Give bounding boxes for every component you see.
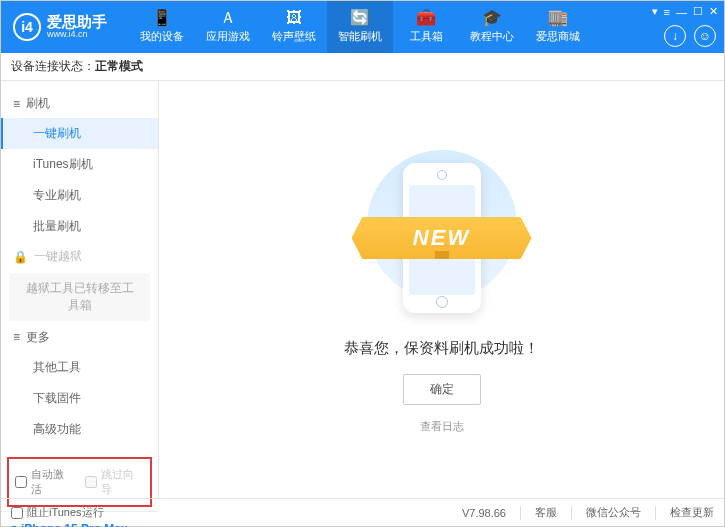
- section-label: 刷机: [26, 95, 50, 112]
- section-label: 一键越狱: [34, 248, 82, 265]
- list-icon: ≡: [13, 330, 20, 344]
- user-button[interactable]: ☺: [694, 25, 716, 47]
- tutorial-icon: 🎓: [482, 10, 502, 26]
- close-button[interactable]: ✕: [709, 5, 718, 18]
- block-itunes-checkbox[interactable]: 阻止iTunes运行: [11, 505, 104, 520]
- nav-my-device[interactable]: 📱我的设备: [129, 1, 195, 53]
- skip-wizard-checkbox[interactable]: 跳过向导: [85, 467, 145, 497]
- app-title: 爱思助手: [47, 14, 107, 31]
- device-icon: 📱: [152, 10, 172, 26]
- toolbox-icon: 🧰: [416, 10, 436, 26]
- sidebar-item-itunes-flash[interactable]: iTunes刷机: [1, 149, 158, 180]
- sidebar-item-advanced[interactable]: 高级功能: [1, 414, 158, 445]
- menu-icon[interactable]: ▾: [652, 5, 658, 18]
- nav-smart-flash[interactable]: 🔄智能刷机: [327, 1, 393, 53]
- sidebar-section-flash[interactable]: ≡ 刷机: [1, 89, 158, 118]
- nav-toolbox[interactable]: 🧰工具箱: [393, 1, 459, 53]
- wechat-link[interactable]: 微信公众号: [586, 505, 641, 520]
- flash-icon: 🔄: [350, 10, 370, 26]
- minimize-button[interactable]: —: [676, 6, 687, 18]
- check-update-link[interactable]: 检查更新: [670, 505, 714, 520]
- sidebar-item-one-key-flash[interactable]: 一键刷机: [1, 118, 158, 149]
- logo-icon: i4: [13, 13, 41, 41]
- app-logo: i4 爱思助手 www.i4.cn: [1, 13, 119, 41]
- nav-label: 工具箱: [410, 29, 443, 44]
- support-link[interactable]: 客服: [535, 505, 557, 520]
- sidebar-item-pro-flash[interactable]: 专业刷机: [1, 180, 158, 211]
- nav-label: 教程中心: [470, 29, 514, 44]
- titlebar: i4 爱思助手 www.i4.cn 📱我的设备 Ａ应用游戏 🖼铃声壁纸 🔄智能刷…: [1, 1, 724, 53]
- sidebar-item-other-tools[interactable]: 其他工具: [1, 352, 158, 383]
- nav-apps-games[interactable]: Ａ应用游戏: [195, 1, 261, 53]
- nav-label: 铃声壁纸: [272, 29, 316, 44]
- status-label: 设备连接状态：: [11, 58, 95, 75]
- nav-store[interactable]: 🏬爱思商城: [525, 1, 591, 53]
- nav-ringtone-wallpaper[interactable]: 🖼铃声壁纸: [261, 1, 327, 53]
- lock-icon: 🔒: [13, 250, 28, 264]
- auto-activate-checkbox[interactable]: 自动激活: [15, 467, 75, 497]
- connection-status-bar: 设备连接状态： 正常模式: [1, 53, 724, 81]
- window-controls: ▾ ≡ — ☐ ✕: [652, 5, 718, 18]
- success-illustration: NEW: [362, 145, 522, 325]
- status-value: 正常模式: [95, 58, 143, 75]
- top-nav: 📱我的设备 Ａ应用游戏 🖼铃声壁纸 🔄智能刷机 🧰工具箱 🎓教程中心 🏬爱思商城: [129, 1, 591, 53]
- sidebar-section-jailbreak: 🔒 一键越狱: [1, 242, 158, 271]
- sidebar: ≡ 刷机 一键刷机 iTunes刷机 专业刷机 批量刷机 🔒 一键越狱 越狱工具…: [1, 81, 159, 498]
- version-label: V7.98.66: [462, 507, 506, 519]
- list-icon: ≡: [13, 97, 20, 111]
- ok-button[interactable]: 确定: [403, 374, 481, 405]
- sidebar-item-batch-flash[interactable]: 批量刷机: [1, 211, 158, 242]
- apps-icon: Ａ: [220, 10, 236, 26]
- nav-tutorials[interactable]: 🎓教程中心: [459, 1, 525, 53]
- store-icon: 🏬: [548, 10, 568, 26]
- section-label: 更多: [26, 329, 50, 346]
- sidebar-section-more[interactable]: ≡ 更多: [1, 323, 158, 352]
- tray-icon[interactable]: ≡: [664, 6, 670, 18]
- jailbreak-moved-note: 越狱工具已转移至工具箱: [9, 273, 150, 321]
- success-message: 恭喜您，保资料刷机成功啦！: [344, 339, 539, 358]
- nav-label: 智能刷机: [338, 29, 382, 44]
- nav-label: 我的设备: [140, 29, 184, 44]
- new-ribbon: NEW: [352, 217, 532, 259]
- view-log-link[interactable]: 查看日志: [420, 419, 464, 434]
- download-button[interactable]: ↓: [664, 25, 686, 47]
- wallpaper-icon: 🖼: [286, 10, 302, 26]
- bottom-bar: 阻止iTunes运行 V7.98.66 客服 微信公众号 检查更新: [1, 498, 724, 526]
- main-content: NEW 恭喜您，保资料刷机成功啦！ 确定 查看日志: [159, 81, 724, 498]
- nav-label: 爱思商城: [536, 29, 580, 44]
- nav-label: 应用游戏: [206, 29, 250, 44]
- app-url: www.i4.cn: [47, 30, 107, 40]
- sidebar-item-download-firmware[interactable]: 下载固件: [1, 383, 158, 414]
- maximize-button[interactable]: ☐: [693, 5, 703, 18]
